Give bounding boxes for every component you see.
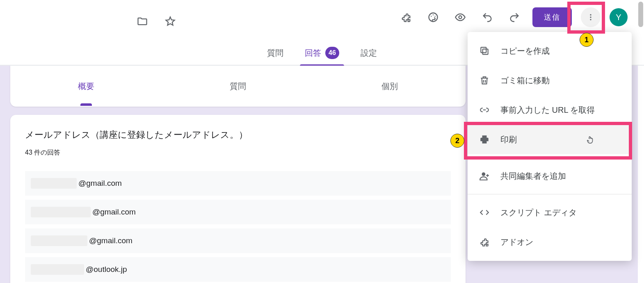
menu-label: スクリプト エディタ <box>500 207 577 218</box>
copy-icon <box>479 46 490 56</box>
responses-count-badge: 46 <box>325 47 339 59</box>
question-title: メールアドレス（講座に登録したメールアドレス。） <box>25 129 451 141</box>
response-subtabs: 概要 質問 個別 <box>10 66 466 107</box>
code-icon <box>479 207 490 218</box>
svg-point-0 <box>429 13 438 22</box>
star-icon[interactable] <box>161 12 179 30</box>
email-suffix: @gmail.com <box>89 236 132 245</box>
avatar[interactable]: Y <box>610 8 628 26</box>
email-suffix: @outlook.jp <box>86 265 127 274</box>
tab-label: 設定 <box>361 48 377 59</box>
redacted-text <box>31 207 91 217</box>
menu-separator <box>468 194 632 194</box>
tab-responses[interactable]: 回答 46 <box>302 41 342 65</box>
svg-point-2 <box>433 14 434 15</box>
puzzle-icon[interactable] <box>397 8 415 26</box>
response-count-text: 43 件の回答 <box>25 148 451 157</box>
menu-label: コピーを作成 <box>500 46 550 57</box>
response-row: @gmail.com <box>25 200 451 224</box>
person-add-icon <box>479 171 490 181</box>
folder-icon[interactable] <box>133 12 151 30</box>
svg-point-7 <box>590 19 591 20</box>
menu-label: 印刷 <box>500 134 517 145</box>
response-row: @gmail.com <box>25 171 451 196</box>
menu-make-copy[interactable]: コピーを作成 <box>468 36 632 66</box>
svg-point-1 <box>431 16 432 17</box>
subtab-question[interactable]: 質問 <box>226 81 249 92</box>
menu-move-trash[interactable]: ゴミ箱に移動 <box>468 66 632 95</box>
link-icon <box>479 105 490 115</box>
svg-point-6 <box>590 16 591 18</box>
responses-card: メールアドレス（講座に登録したメールアドレス。） 43 件の回答 @gmail.… <box>10 115 466 283</box>
redacted-text <box>31 178 77 189</box>
addon-icon <box>479 237 490 247</box>
menu-label: ゴミ箱に移動 <box>500 75 550 86</box>
eye-icon[interactable] <box>451 8 469 26</box>
tab-settings[interactable]: 設定 <box>358 41 379 65</box>
tab-questions[interactable]: 質問 <box>265 41 286 65</box>
email-suffix: @gmail.com <box>92 208 136 217</box>
subtab-summary[interactable]: 概要 <box>75 81 98 92</box>
svg-rect-8 <box>483 49 488 55</box>
svg-point-10 <box>482 172 486 176</box>
menu-label: アドオン <box>500 237 533 248</box>
top-toolbar: 送信 Y <box>0 0 644 37</box>
menu-print[interactable]: 印刷 <box>468 125 632 154</box>
more-menu: コピーを作成 ゴミ箱に移動 事前入力した URL を取得 印刷 共同編集者を追加… <box>468 32 632 261</box>
email-suffix: @gmail.com <box>78 179 122 188</box>
palette-icon[interactable] <box>424 8 442 26</box>
menu-separator <box>468 157 632 158</box>
undo-icon[interactable] <box>478 8 496 26</box>
redacted-text <box>31 235 87 246</box>
send-button[interactable]: 送信 <box>532 7 572 27</box>
tab-label: 質問 <box>267 48 283 59</box>
redacted-text <box>31 264 84 275</box>
svg-rect-9 <box>481 47 486 52</box>
menu-label: 事前入力した URL を取得 <box>500 105 595 116</box>
menu-add-collaborator[interactable]: 共同編集者を追加 <box>468 161 632 191</box>
trash-icon <box>479 75 490 86</box>
print-icon <box>479 134 490 145</box>
menu-prefill-url[interactable]: 事前入力した URL を取得 <box>468 95 632 125</box>
svg-point-4 <box>459 16 462 19</box>
subtab-individual[interactable]: 個別 <box>378 81 401 92</box>
svg-point-5 <box>590 14 591 16</box>
svg-point-3 <box>435 16 436 17</box>
response-row: @outlook.jp <box>25 257 451 282</box>
cursor-icon <box>586 135 595 144</box>
tab-label: 回答 <box>305 48 321 59</box>
more-button[interactable] <box>581 7 601 27</box>
scrollbar[interactable] <box>638 2 643 27</box>
response-row: @gmail.com <box>25 228 451 253</box>
menu-label: 共同編集者を追加 <box>500 171 566 182</box>
menu-addons[interactable]: アドオン <box>468 227 632 257</box>
menu-script-editor[interactable]: スクリプト エディタ <box>468 198 632 227</box>
redo-icon[interactable] <box>505 8 523 26</box>
